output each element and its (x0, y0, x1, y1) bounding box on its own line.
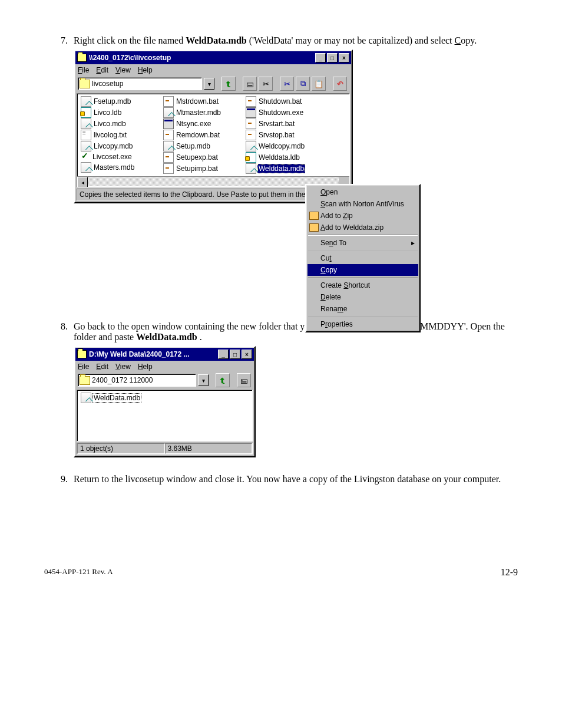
file-label: Remdown.bat (175, 131, 221, 139)
mdb-icon (81, 118, 91, 129)
mdb-icon (81, 393, 91, 403)
menu-bar: File Edit View Help (75, 65, 351, 75)
file-item-livcopy-mdb[interactable]: Livcopy.mdb (80, 141, 156, 151)
copy-button[interactable]: ⧉ (296, 77, 310, 91)
step-text: Right click on the file named (74, 35, 186, 45)
close-button[interactable]: × (242, 350, 252, 359)
step-text: opy. (461, 35, 477, 45)
menu-file[interactable]: File (78, 66, 89, 74)
file-list-pane[interactable]: Fsetup.mdbLivco.ldbLivco.mdblivcolog.txt… (77, 93, 350, 187)
file-label: Srvstart.bat (257, 120, 296, 128)
address-combo[interactable]: livcosetup (78, 77, 202, 90)
window-title: D:\My Weld Data\2400_0172 ... (89, 350, 190, 358)
menu-view[interactable]: View (115, 66, 131, 74)
file-item-setupexp-bat[interactable]: Setupexp.bat (162, 152, 239, 163)
menu-file[interactable]: File (78, 363, 89, 371)
maximize-button[interactable]: □ (327, 53, 338, 62)
step-bold: WeldData.mdb (186, 35, 247, 45)
maximize-button[interactable]: □ (230, 350, 240, 359)
ctx-open[interactable]: Open (308, 186, 418, 198)
scroll-track[interactable] (88, 177, 339, 186)
undo-button[interactable]: ↶ (333, 77, 347, 91)
file-item-welddata-mdb[interactable]: Welddata.mdb (244, 163, 321, 174)
file-label: Ntsync.exe (175, 120, 212, 128)
bat-icon (246, 96, 256, 107)
menu-help[interactable]: Help (138, 66, 153, 74)
ctx-add-to-welddata-zip[interactable]: Add to Welddata.zip (308, 222, 418, 233)
file-item-fsetup-mdb[interactable]: Fsetup.mdb (80, 96, 156, 107)
file-label: Setup.mdb (175, 142, 211, 150)
file-label: Mstrdown.bat (175, 97, 220, 106)
file-item-ntsync-exe[interactable]: Ntsync.exe (162, 118, 239, 129)
mdb-icon (81, 162, 91, 173)
file-list-pane[interactable]: WeldData.mdb (77, 390, 253, 442)
file-item-weldcopy-mdb[interactable]: Weldcopy.mdb (244, 141, 321, 151)
file-item-livco-mdb[interactable]: Livco.mdb (80, 118, 156, 129)
drive-icon: 🖴 (246, 80, 254, 88)
titlebar[interactable]: \\2400_0172\c\livcosetup _ □ × (75, 51, 351, 64)
up-button[interactable]: ⮬ (222, 77, 236, 91)
bat-icon (163, 130, 174, 140)
mdb-icon (163, 141, 174, 151)
file-item-mtmaster-mdb[interactable]: Mtmaster.mdb (162, 107, 239, 118)
file-item-setup-mdb[interactable]: Setup.mdb (162, 141, 239, 151)
ctx-add-to-zip[interactable]: Add to Zip (308, 210, 418, 222)
file-item-srvstop-bat[interactable]: Srvstop.bat (244, 130, 321, 140)
menu-help[interactable]: Help (138, 363, 153, 371)
ctx-create-shortcut[interactable]: Create Shortcut (308, 279, 418, 291)
disconnect-button[interactable]: ✂ (259, 77, 273, 91)
map-drive-button[interactable]: 🖴 (243, 77, 257, 91)
ctx-properties[interactable]: Properties (308, 318, 418, 330)
mdb-icon (81, 141, 91, 151)
address-dropdown[interactable] (204, 78, 214, 90)
file-item-livco-ldb[interactable]: Livco.ldb (80, 107, 156, 118)
cut-button[interactable]: ✂ (280, 77, 294, 91)
close-button[interactable]: × (339, 53, 349, 62)
file-label: Livcopy.mdb (92, 142, 134, 150)
scissors-icon: ✂ (284, 80, 290, 88)
file-label: Shutdown.exe (257, 108, 305, 117)
menu-view[interactable]: View (115, 363, 131, 371)
ctx-scan[interactable]: Scan with Norton AntiVirus (308, 198, 418, 210)
step-text: Return to the livcosetup window and clos… (74, 474, 501, 484)
file-item-remdown-bat[interactable]: Remdown.bat (162, 130, 239, 140)
mdb-icon (246, 163, 256, 174)
ctx-copy[interactable]: Copy (308, 264, 418, 276)
file-label: Livcoset.exe (91, 153, 133, 161)
file-item-welddata-mdb[interactable]: WeldData.mdb (80, 393, 250, 403)
file-label: Setupexp.bat (175, 153, 219, 162)
ctx-delete[interactable]: Delete (308, 291, 418, 303)
file-item-welddata-ldb[interactable]: Welddata.ldb (244, 152, 321, 163)
file-item-livcolog-txt[interactable]: livcolog.txt (80, 130, 156, 140)
ctx-cut[interactable]: Cut (308, 252, 418, 264)
address-combo[interactable]: 2400_0172 112000 (78, 374, 196, 387)
menu-edit[interactable]: Edit (96, 66, 108, 74)
up-button[interactable]: ⮬ (216, 373, 230, 387)
paste-button[interactable]: 📋 (312, 77, 326, 91)
file-item-livcoset-exe[interactable]: Livcoset.exe (80, 152, 156, 162)
footer-page-number: 12-9 (501, 567, 518, 578)
file-item-mstrdown-bat[interactable]: Mstrdown.bat (162, 96, 239, 107)
map-drive-button[interactable]: 🖴 (237, 373, 251, 387)
paste-icon: 📋 (314, 80, 323, 88)
file-item-masters-mdb[interactable]: Masters.mdb (80, 162, 156, 173)
zip-icon (309, 212, 319, 220)
disconnect-icon: ✂ (263, 80, 269, 88)
bat-icon (163, 152, 174, 163)
menu-bar: File Edit View Help (75, 361, 254, 372)
step-number: 7. (44, 35, 74, 203)
scroll-left-button[interactable]: ◂ (77, 177, 88, 187)
ctx-send-to[interactable]: Send To (308, 237, 418, 249)
titlebar[interactable]: D:\My Weld Data\2400_0172 ... _ □ × (75, 348, 254, 361)
file-label: Fsetup.mdb (92, 97, 132, 106)
zip-icon (309, 223, 319, 232)
file-item-setupimp-bat[interactable]: Setupimp.bat (162, 163, 239, 174)
menu-edit[interactable]: Edit (96, 363, 108, 371)
ctx-rename[interactable]: Rename (308, 303, 418, 315)
file-item-shutdown-exe[interactable]: Shutdown.exe (244, 107, 321, 118)
file-item-shutdown-bat[interactable]: Shutdown.bat (244, 96, 321, 107)
minimize-button[interactable]: _ (315, 53, 326, 62)
minimize-button[interactable]: _ (218, 350, 229, 359)
address-dropdown[interactable] (198, 374, 209, 386)
file-item-srvstart-bat[interactable]: Srvstart.bat (244, 118, 321, 129)
